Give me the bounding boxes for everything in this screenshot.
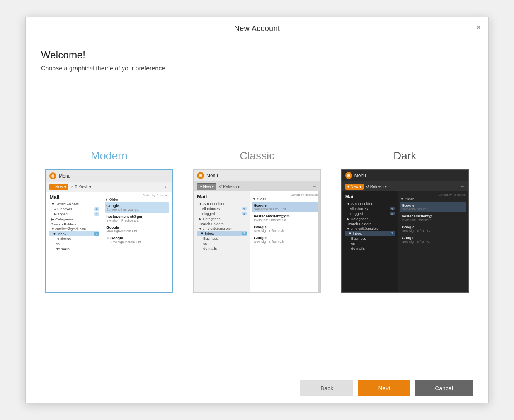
prev-flagged-classic: Flagged9 bbox=[197, 211, 247, 216]
prev-smart-folders-classic: ▼ Smart Folders bbox=[197, 201, 247, 206]
prev-email-item-3: ⚑ Google New sign-in from Chr bbox=[105, 235, 169, 245]
prev-logo-icon-classic bbox=[197, 172, 204, 179]
prev-email-item-c3: Google New sign-in from Ch bbox=[252, 234, 318, 245]
prev-new-btn-dark: + New ▾ bbox=[345, 184, 364, 190]
prev-group-older-classic: ▼ Older bbox=[252, 197, 318, 201]
prev-email-item-d2: Google New sign-in from G bbox=[400, 224, 466, 234]
prev-inbox: ▼ Inbox3 bbox=[49, 231, 99, 236]
prev-sort-label: Sorted by Received bbox=[105, 193, 169, 197]
prev-mail-title-dark: Mail bbox=[345, 194, 395, 200]
close-button[interactable]: × bbox=[476, 23, 481, 31]
prev-account-classic: ▼ emclient@gmail.com bbox=[197, 226, 247, 231]
prev-content-dark: Mail ▼ Smart Folders All Inboxes4 Flagge… bbox=[342, 191, 468, 292]
welcome-heading: Welcome! bbox=[41, 49, 473, 61]
prev-account: ▼ emclient@gmail.com bbox=[49, 227, 99, 231]
dialog-header: New Account × bbox=[26, 17, 488, 38]
prev-categories-classic: ▶ Categories bbox=[197, 216, 247, 221]
prev-email-item-1: hester.emclient@gm Invitation: Practice … bbox=[105, 213, 169, 224]
prev-toolbar: + New ▾ ↺ Refresh ▾ ← bbox=[46, 182, 172, 192]
prev-refresh-btn: ↺ Refresh ▾ bbox=[71, 185, 92, 189]
prev-email-item-d3: Google New sign-in from G bbox=[400, 234, 466, 245]
prev-content-classic: Mail ▼ Smart Folders All Inboxes4 Flagge… bbox=[194, 191, 320, 292]
prev-logo-icon-dark bbox=[345, 172, 352, 179]
prev-flagged: Flagged9 bbox=[49, 212, 99, 217]
prev-scrollbar-classic bbox=[318, 191, 320, 292]
prev-email-item-c0: Google Someone has your pa bbox=[252, 202, 318, 212]
prev-flagged-dark: Flagged9 bbox=[345, 211, 395, 216]
prev-sidebar-classic: Mail ▼ Smart Folders All Inboxes4 Flagge… bbox=[194, 191, 250, 292]
prev-smart-folders-dark: ▼ Smart Folders bbox=[345, 201, 395, 206]
prev-sidebar: Mail ▼ Smart Folders All Inboxes4 Flagge… bbox=[46, 192, 102, 292]
prev-group-older: ▼ Older bbox=[105, 198, 169, 201]
prev-sidebar-dark: Mail ▼ Smart Folders All Inboxes4 Flagge… bbox=[342, 191, 398, 292]
prev-content: Mail ▼ Smart Folders All Inboxes4 Flagge… bbox=[46, 192, 172, 292]
spacer bbox=[26, 293, 488, 373]
prev-toolbar-classic: + New ▾ ↺ Refresh ▾ ← bbox=[194, 181, 320, 191]
prev-email-item-d1: hester.emclient@ Invitation: Practice p bbox=[400, 213, 466, 223]
prev-topbar-classic: Menu bbox=[194, 170, 320, 181]
cancel-button[interactable]: Cancel bbox=[415, 380, 473, 396]
prev-categories-dark: ▶ Categories bbox=[345, 216, 395, 221]
prev-sort-label-classic: Sorted by Received bbox=[252, 193, 318, 196]
prev-categories: ▶ Categories bbox=[49, 217, 99, 222]
prev-email-item-c2: Google New sign-in from Ch bbox=[252, 224, 318, 234]
prev-topbar-dark: Menu bbox=[342, 170, 468, 181]
prev-email-list-dark: Sorted by Received ▼ Older Google Someon… bbox=[398, 191, 468, 292]
theme-preview-dark[interactable]: Menu + New ▾ ↺ Refresh ▾ ← Mail ▼ Smart … bbox=[341, 169, 469, 293]
prev-refresh-btn-classic: ↺ Refresh ▾ bbox=[219, 184, 240, 189]
dialog-body: Welcome! Choose a graphical theme of you… bbox=[26, 38, 488, 129]
prev-email-list-classic: Sorted by Received ▼ Older Google Someon… bbox=[250, 191, 320, 292]
prev-search-folders-dark: Search Folders bbox=[345, 221, 395, 226]
prev-group-older-dark: ▼ Older bbox=[400, 197, 466, 201]
prev-back-icon: ← bbox=[164, 184, 168, 189]
prev-email-list: Sorted by Received ▼ Older Google Someon… bbox=[102, 192, 172, 292]
prev-menu-label: Menu bbox=[59, 173, 70, 179]
prev-email-item-2: Google New sign-in from Chr bbox=[105, 224, 169, 234]
prev-topbar: Menu bbox=[46, 170, 172, 182]
prev-new-btn-classic: + New ▾ bbox=[197, 183, 216, 190]
next-button[interactable]: Next bbox=[358, 380, 410, 396]
prev-all-inboxes-classic: All Inboxes4 bbox=[197, 206, 247, 211]
prev-business: Business bbox=[49, 236, 99, 241]
prev-cs-dark: cs bbox=[345, 241, 395, 246]
theme-option-modern[interactable]: Modern Menu + New ▾ ↺ Refresh ▾ ← bbox=[41, 150, 177, 293]
prev-smart-folders: ▼ Smart Folders bbox=[49, 201, 99, 207]
dialog-title: New Account bbox=[234, 24, 280, 33]
prev-menu-label-classic: Menu bbox=[206, 173, 218, 178]
welcome-subtitle: Choose a graphical theme of your prefere… bbox=[41, 65, 473, 72]
prev-search-folders-classic: Search Folders bbox=[197, 221, 247, 226]
new-account-dialog: New Account × Welcome! Choose a graphica… bbox=[25, 17, 489, 403]
prev-business-classic: Business bbox=[197, 236, 247, 241]
prev-inbox-dark: ▼ Inbox3 bbox=[345, 231, 395, 236]
theme-label-modern: Modern bbox=[91, 150, 128, 162]
prev-back-icon-classic: ← bbox=[313, 184, 317, 189]
prev-all-inboxes: All Inboxes4 bbox=[49, 207, 99, 212]
theme-label-classic: Classic bbox=[240, 150, 274, 162]
prev-all-inboxes-dark: All Inboxes4 bbox=[345, 206, 395, 211]
prev-mail-title: Mail bbox=[49, 194, 99, 200]
prev-cs-classic: cs bbox=[197, 241, 247, 246]
theme-option-dark[interactable]: Dark Menu + New ▾ ↺ Refresh ▾ ← bbox=[337, 150, 473, 293]
prev-new-btn: + New ▾ bbox=[49, 184, 68, 190]
prev-logo-icon bbox=[49, 172, 56, 179]
prev-account-dark: ▼ emclient@gmail.com bbox=[345, 226, 395, 231]
dialog-footer: Back Next Cancel bbox=[26, 373, 488, 403]
prev-flag-icon: ⚑ bbox=[106, 237, 109, 241]
prev-business-dark: Business bbox=[345, 236, 395, 241]
prev-inbox-classic: ▼ Inbox3 bbox=[197, 231, 247, 236]
prev-toolbar-dark: + New ▾ ↺ Refresh ▾ ← bbox=[342, 181, 468, 191]
prev-mail-title-classic: Mail bbox=[197, 194, 247, 200]
prev-sort-label-dark: Sorted by Received bbox=[400, 193, 466, 196]
prev-cs: cs bbox=[49, 241, 99, 246]
theme-preview-modern[interactable]: Menu + New ▾ ↺ Refresh ▾ ← Mail ▼ Smart … bbox=[45, 169, 173, 293]
themes-container: Modern Menu + New ▾ ↺ Refresh ▾ ← bbox=[26, 138, 488, 293]
prev-email-item-c1: hester.emclient@gm Invitation: Practice … bbox=[252, 213, 318, 223]
back-button[interactable]: Back bbox=[300, 380, 353, 396]
theme-label-dark: Dark bbox=[393, 150, 416, 162]
prev-back-icon-dark: ← bbox=[461, 184, 465, 189]
theme-option-classic[interactable]: Classic Menu + New ▾ ↺ Refresh ▾ ← bbox=[189, 150, 325, 293]
prev-menu-label-dark: Menu bbox=[354, 173, 366, 178]
prev-de-mails-dark: de mails bbox=[345, 246, 395, 251]
theme-preview-classic[interactable]: Menu + New ▾ ↺ Refresh ▾ ← Mail ▼ Smart … bbox=[193, 169, 321, 293]
prev-de-mails: de mails bbox=[49, 246, 99, 251]
